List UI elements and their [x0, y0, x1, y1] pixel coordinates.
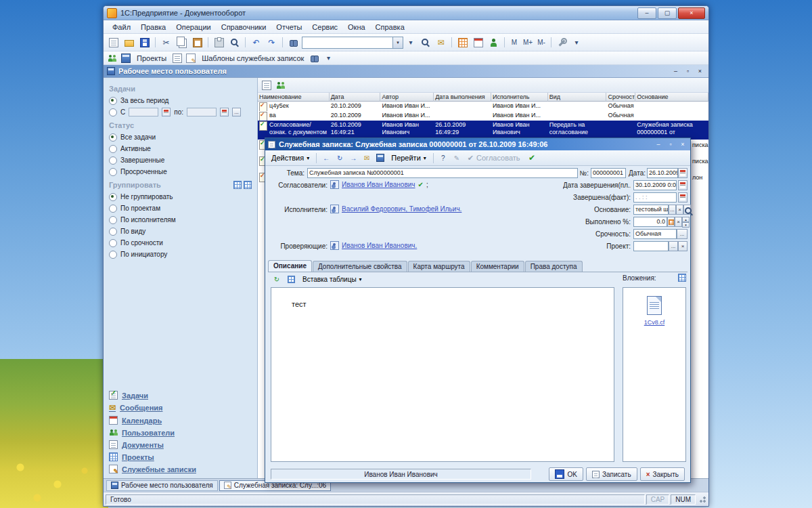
subject-input[interactable]: Служебная записка №000000001	[307, 168, 578, 178]
radio-icon[interactable]	[109, 145, 117, 153]
find-button[interactable]	[286, 36, 300, 49]
nav-users[interactable]: Пользователи	[109, 428, 252, 437]
memo-list-button[interactable]	[171, 53, 183, 64]
nav-calendar[interactable]: Календарь	[109, 416, 252, 425]
memo-text-editor[interactable]: тест	[271, 287, 614, 462]
period-all-option[interactable]: За весь период	[109, 96, 252, 105]
undo-button[interactable]: ↶	[249, 36, 263, 49]
period-from-input[interactable]	[129, 108, 158, 117]
nav-messages[interactable]: ✉ Сообщения	[109, 403, 252, 412]
dialog-restore-button[interactable]: ▫	[666, 140, 675, 149]
minimize-button[interactable]: –	[637, 7, 656, 19]
done-spinner[interactable]: ▴ ▾	[682, 217, 690, 227]
urgency-input[interactable]: Обычная	[633, 229, 677, 239]
radio-icon[interactable]	[109, 193, 117, 201]
write-button[interactable]: Записать	[586, 467, 637, 481]
menu-service[interactable]: Сервис	[307, 22, 342, 33]
memory-m-button[interactable]: М	[508, 37, 520, 48]
table-row[interactable]: ц4у5ек 20.10.2009 14:27:15 Иванов Иван И…	[258, 102, 708, 111]
basis-open-button[interactable]	[683, 205, 691, 215]
due-date-input[interactable]: 30.10.2009 0:00:0	[633, 180, 677, 190]
group-option-initiator[interactable]: По инициатору	[109, 250, 252, 259]
date-input[interactable]: 26.10.2009 16:49:0	[647, 168, 678, 178]
group-option-kind[interactable]: По виду	[109, 227, 252, 236]
period-range-option[interactable]: С по: ...	[109, 108, 252, 117]
calculator-button[interactable]	[487, 36, 501, 49]
edit-button[interactable]: ✎	[451, 152, 463, 163]
title-bar[interactable]: 1С:Предприятие - Документооборот – ▢ ×	[104, 6, 708, 20]
attachments-panel[interactable]: 1Cv8.cf	[623, 287, 686, 462]
group-option-projects[interactable]: По проектам	[109, 204, 252, 213]
executors-link[interactable]: Василий Федорович, Тимофей Ильич.	[342, 205, 461, 213]
calendar-button[interactable]	[162, 108, 171, 117]
radio-icon[interactable]	[109, 239, 117, 247]
column-header[interactable]: Исполнитель	[491, 93, 548, 102]
status-option-all[interactable]: Все задачи	[109, 133, 252, 142]
table-row[interactable]: ва 20.10.2009 14:42:13 Иванов Иван И... …	[258, 111, 708, 121]
workspace-close-button[interactable]: ×	[695, 67, 705, 76]
workspace-restore-button[interactable]: ▫	[683, 67, 693, 76]
combo-dropdown-icon[interactable]: ▾	[392, 37, 403, 48]
goto-menu-button[interactable]: Перейти ▾	[388, 153, 430, 163]
period-to-input[interactable]	[187, 108, 217, 117]
finished-input[interactable]: . . : :	[633, 192, 677, 203]
memory-mminus-button[interactable]: М-	[535, 37, 547, 48]
tab-comments[interactable]: Комментарии	[471, 261, 524, 272]
format-button[interactable]	[285, 274, 297, 284]
column-header[interactable]: Наименование	[258, 93, 330, 102]
task-users-button[interactable]	[275, 80, 287, 91]
search-dropdown-button[interactable]: ▾	[405, 37, 417, 48]
group-option-none[interactable]: Не группировать	[109, 192, 252, 201]
approve-button[interactable]: ✔ Согласовать	[464, 153, 524, 163]
status-option-finished[interactable]: Завершенные	[109, 156, 252, 165]
menu-help[interactable]: Справка	[371, 22, 409, 33]
done-clear-button[interactable]: ×	[675, 217, 682, 227]
menu-windows[interactable]: Окна	[343, 22, 370, 33]
resize-grip[interactable]	[698, 495, 706, 503]
dialog-close-button[interactable]: ×	[678, 140, 687, 149]
radio-icon[interactable]	[109, 156, 117, 165]
tab-description[interactable]: Описание	[268, 260, 312, 272]
menu-reports[interactable]: Отчеты	[271, 22, 307, 33]
settings-dropdown-button[interactable]: ▾	[570, 37, 583, 48]
nav-documents[interactable]: Документы	[109, 440, 252, 449]
menu-operations[interactable]: Операции	[171, 22, 215, 33]
column-header[interactable]: Срочность	[606, 93, 635, 102]
route-button[interactable]	[374, 152, 386, 163]
send-button[interactable]: ✉	[361, 152, 373, 163]
forward-button[interactable]: →	[347, 152, 359, 163]
menu-catalogs[interactable]: Справочники	[217, 22, 271, 33]
project-clear-button[interactable]: ×	[678, 241, 687, 251]
copy-button[interactable]	[175, 36, 189, 49]
calendar-button[interactable]	[678, 180, 687, 190]
confirm-button[interactable]: ✔	[525, 151, 539, 165]
close-button[interactable]: ×	[678, 7, 705, 19]
group-view-button-1[interactable]	[233, 181, 242, 189]
basis-clear-button[interactable]: ×	[676, 205, 683, 215]
send-mail-button[interactable]: ✉	[434, 36, 448, 49]
menu-edit[interactable]: Правка	[136, 22, 171, 33]
radio-icon[interactable]	[109, 133, 117, 142]
tasks-quick-button[interactable]	[106, 53, 118, 64]
radio-icon[interactable]	[109, 97, 117, 105]
print-button[interactable]	[212, 36, 226, 49]
refresh-button[interactable]: ↻	[334, 152, 346, 163]
find-next-button[interactable]	[418, 36, 432, 49]
basis-select-button[interactable]: ...	[669, 205, 676, 215]
status-option-active[interactable]: Активные	[109, 144, 252, 153]
print-preview-button[interactable]	[227, 36, 242, 49]
workspace-titlebar[interactable]: Рабочее место пользователя – ▫ ×	[104, 65, 708, 78]
table-row-selected[interactable]: Согласование/ознак. с документом 26.10.2…	[258, 121, 708, 140]
calendar-button[interactable]	[220, 108, 229, 117]
group-option-executors[interactable]: По исполнителям	[109, 215, 252, 224]
ok-button[interactable]: OK	[549, 467, 583, 481]
insert-table-button[interactable]: Вставка таблицы ▾	[299, 275, 365, 284]
tab-additional-properties[interactable]: Дополнительные свойства	[313, 261, 407, 272]
paste-button[interactable]	[190, 36, 204, 49]
close-dialog-button[interactable]: × Закрыть	[640, 467, 685, 481]
save-button[interactable]	[137, 36, 152, 49]
dialog-minimize-button[interactable]: –	[654, 140, 663, 149]
window-tab-workspace[interactable]: Рабочее место пользователя	[106, 480, 218, 491]
redo-button[interactable]: ↷	[265, 36, 279, 49]
dialog-titlebar[interactable]: Служебная записка: Служебная записка 000…	[265, 138, 690, 150]
